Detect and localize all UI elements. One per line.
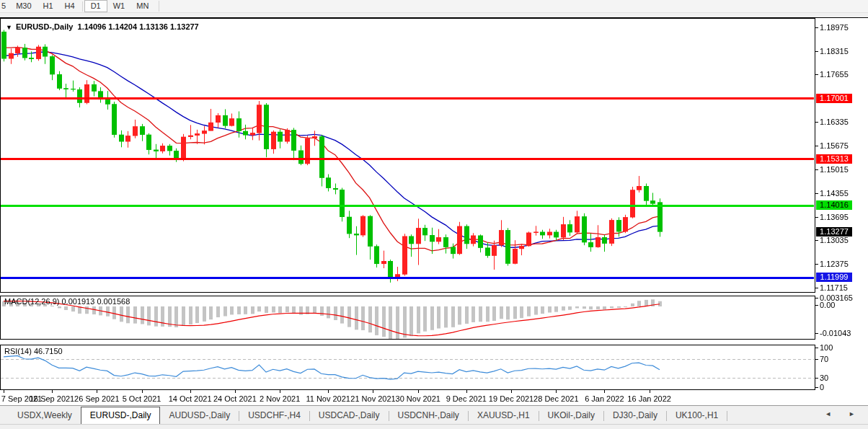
symbol-tab-audusd-daily[interactable]: AUDUSD-,Daily <box>160 408 239 424</box>
price-axis-tick-label: 1.18975 <box>820 23 849 32</box>
price-axis-tick-label: 1.17655 <box>820 70 849 79</box>
trading-app-window: 5M30H1H4D1W1MN ▼EURUSD-,Daily 1.14096 1.… <box>0 0 868 429</box>
date-axis-label: 16 Jan 2022 <box>627 394 671 403</box>
timeframe-button-h4[interactable]: H4 <box>59 0 81 12</box>
window-bottom-edge <box>0 424 868 429</box>
rsi-indicator-label: RSI(14) 46.7150 <box>4 347 63 355</box>
symbol-tab-uk100-h1[interactable]: UK100-,H1 <box>667 408 727 424</box>
price-axis-tick-label: 1.15675 <box>820 141 849 150</box>
date-axis-label: 19 Dec 2021 <box>489 394 533 403</box>
timeframe-button-5[interactable]: 5 <box>0 0 10 12</box>
chart-ohlc-values: 1.14096 1.14204 1.13136 1.13277 <box>78 22 199 31</box>
symbol-tab-ukoil-daily[interactable]: UKOil-,Daily <box>539 408 603 424</box>
timeframe-button-h1[interactable]: H1 <box>37 0 59 12</box>
price-axis-tick-label: 1.18315 <box>820 47 849 56</box>
macd-indicator-label: MACD(12,26,9) 0.001913 0.001568 <box>4 297 130 306</box>
toolbar-separator <box>82 1 83 12</box>
price-axis-tick-label: 1.11715 <box>820 283 848 292</box>
chart-canvas[interactable] <box>0 18 868 406</box>
date-axis-label: 28 Dec 2021 <box>533 394 578 403</box>
date-axis-label: 24 Oct 2021 <box>213 394 257 403</box>
date-axis-label: 9 Dec 2021 <box>446 394 487 403</box>
rsi-axis-label: 70 <box>820 355 828 363</box>
symbol-tab-dj30-daily[interactable]: DJ30-,Daily <box>604 408 666 424</box>
date-axis-label: 16 Sep 2021 <box>30 394 74 403</box>
date-axis-label: 11 Nov 2021 <box>306 394 350 403</box>
tab-scroll-left-icon[interactable]: ◄ <box>825 410 838 417</box>
rsi-axis-label: 30 <box>820 373 828 382</box>
price-axis-tick-label: 1.12375 <box>820 260 849 268</box>
date-axis-label: 30 Nov 2021 <box>396 394 440 403</box>
price-axis-tick-label: 1.13035 <box>820 236 849 244</box>
symbol-tab-usdcad-daily[interactable]: USDCAD-,Daily <box>310 408 389 424</box>
timeframe-button-m30[interactable]: M30 <box>10 0 37 12</box>
timeframe-button-mn[interactable]: MN <box>130 0 154 12</box>
symbol-tab-eurusd-daily[interactable]: EURUSD-,Daily <box>81 407 161 424</box>
chart-symbol-period: EURUSD-,Daily <box>16 22 73 31</box>
rsi-axis-label: 0 <box>820 383 824 392</box>
timeframe-button-d1[interactable]: D1 <box>84 0 107 12</box>
date-axis-label: 26 Sep 2021 <box>74 394 119 403</box>
price-axis-tick-label: 1.14355 <box>820 189 849 198</box>
tab-scroll-right-icon[interactable]: ► <box>849 410 862 417</box>
price-tag-1.15313: 1.15313 <box>816 154 852 164</box>
chart-title: ▼EURUSD-,Daily 1.14096 1.14204 1.13136 1… <box>6 22 199 31</box>
price-tag-1.14016: 1.14016 <box>816 200 852 210</box>
price-tag-1.13277: 1.13277 <box>816 227 852 236</box>
symbol-tabbar: USDX,WeeklyEURUSD-,DailyAUDUSD-,DailyUSD… <box>0 405 868 424</box>
price-axis-tick-label: 1.16335 <box>820 118 849 126</box>
symbol-tab-xauusd-h1[interactable]: XAUUSD-,H1 <box>469 408 539 424</box>
tab-scroll-controls: ◄► <box>825 410 862 417</box>
price-tag-1.17001: 1.17001 <box>816 94 852 103</box>
price-axis-tick-label: 1.15015 <box>820 165 849 174</box>
rsi-axis-label: 100 <box>820 343 833 352</box>
symbol-tab-usdcnh-daily[interactable]: USDCNH-,Daily <box>389 408 468 424</box>
toolbar-separator <box>159 1 159 12</box>
symbol-tab-usdchf-h4[interactable]: USDCHF-,H4 <box>239 408 309 424</box>
date-axis-label: 5 Oct 2021 <box>123 394 161 403</box>
date-axis-label: 14 Oct 2021 <box>169 394 212 403</box>
date-axis-label: 2 Nov 2021 <box>260 394 300 403</box>
timeframe-button-w1[interactable]: W1 <box>107 0 131 12</box>
timeframe-toolbar: 5M30H1H4D1W1MN <box>0 0 868 13</box>
chart-window: ▼EURUSD-,Daily 1.14096 1.14204 1.13136 1… <box>0 17 868 405</box>
price-tag-1.11999: 1.11999 <box>816 273 852 282</box>
price-axis-tick-label: 1.13695 <box>820 213 849 221</box>
symbol-dropdown-icon[interactable]: ▼ <box>6 24 12 31</box>
date-axis-label: 6 Jan 2022 <box>585 394 624 403</box>
date-axis-label: 21 Nov 2021 <box>350 394 395 403</box>
macd-axis-label: 0.00 <box>820 301 835 309</box>
tab-separator <box>727 411 727 421</box>
macd-axis-label: -0.01043 <box>820 329 851 337</box>
symbol-tab-usdx-weekly[interactable]: USDX,Weekly <box>9 408 81 424</box>
